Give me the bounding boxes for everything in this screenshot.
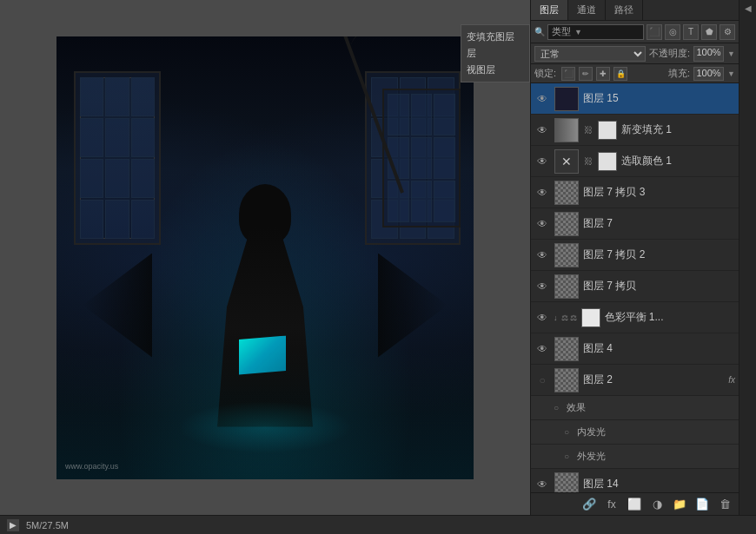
eye-icon-7c3[interactable]: 👁 [534,185,550,201]
layer-mask-gf [598,121,617,140]
layer-name-7c3: 图层 7 拷贝 3 [583,185,735,200]
layer-thumb-gf [554,118,579,142]
status-arrow-btn[interactable]: ▶ [7,519,19,531]
eye-icon-og[interactable]: ○ [559,449,574,465]
eye-icon-ig[interactable]: ○ [559,425,574,440]
layer-item-cb[interactable]: 👁 ↓ ⚖ ⚖ 色彩平衡 1... [531,302,739,333]
new-group-btn[interactable]: 📁 [671,496,688,513]
eye-icon-14[interactable]: 👁 [534,477,550,492]
canvas-image: www.opacity.us [56,36,474,479]
window-right2 [382,89,461,227]
filter-btn-T[interactable]: T [683,24,699,40]
eye-icon-7c[interactable]: 👁 [534,279,550,294]
layer-name-cb: 色彩平衡 1... [605,310,736,325]
delete-layer-btn[interactable]: 🗑 [716,496,733,513]
layer-thumb-4 [554,337,579,361]
watermark: www.opacity.us [65,462,118,471]
fill-dropdown[interactable]: ▼ [727,69,735,78]
layer-item-15[interactable]: 👁 图层 15 [531,83,739,115]
type-filter[interactable]: 类型 ▼ [547,24,644,40]
eye-icon-15[interactable]: 👁 [534,91,550,107]
layer-thumb-14 [554,472,579,493]
layer-name-14: 图层 14 [583,477,735,491]
layer-thumb-7c3 [554,181,579,205]
opacity-input[interactable]: 100% [693,46,724,62]
tooltip-item-1: 变填充图层 [467,29,524,45]
blend-row: 正常 不透明度: 100% ▼ [531,43,739,64]
layer-item-gradient-fill[interactable]: 👁 ⛓ 新变填充 1 [531,115,739,146]
eye-icon-7c2[interactable]: 👁 [534,247,550,263]
layer-name-7c: 图层 7 拷贝 [583,279,735,293]
blend-mode-select[interactable]: 正常 [534,46,646,62]
layer-item-7c2[interactable]: 👁 图层 7 拷贝 2 [531,240,739,271]
app-window: www.opacity.us 变填充图层 层 视图层 图层 通道 路径 🔍 类型 [0,0,756,534]
fill-label: 填充: [668,67,690,80]
layer-item-2[interactable]: ○ 图层 2 fx [531,365,739,396]
status-bar: ▶ 5M/27.5M [0,515,756,534]
layer-item-outer-glow[interactable]: ○ 外发光 [531,445,739,469]
eye-icon-gf[interactable]: 👁 [534,122,550,138]
lock-brush-btn[interactable]: ✏ [579,67,593,81]
eye-icon-2[interactable]: ○ [534,372,550,388]
add-adjustment-btn[interactable]: ◑ [648,496,666,513]
layer-item-effects[interactable]: ○ 效果 [531,396,739,420]
layer-item-7c[interactable]: 👁 图层 7 拷贝 [531,271,739,302]
layer-name-15: 图层 15 [583,91,735,106]
link-layers-btn[interactable]: 🔗 [580,496,598,513]
eye-icon-4[interactable]: 👁 [534,341,550,357]
eye-icon-cb[interactable]: 👁 [534,310,550,326]
tab-channels[interactable]: 通道 [568,0,606,20]
layer-adjustment-icons-cb: ⚖ ⚖ [561,313,577,322]
layer-name-4: 图层 4 [583,341,735,356]
layer-name-7c2: 图层 7 拷贝 2 [583,247,735,262]
fill-input[interactable]: 100% [693,67,724,81]
filter-btn-shape[interactable]: ⬟ [701,24,717,40]
opacity-dropdown-icon[interactable]: ▼ [727,49,735,58]
layer-name-gf: 新变填充 1 [621,122,735,137]
layer-item-14[interactable]: 👁 图层 14 [531,469,739,492]
layer-chain-gf: ⛓ [583,118,594,142]
lock-row: 锁定: ⬛ ✏ ✚ 🔒 填充: 100% ▼ [531,64,739,83]
layers-list[interactable]: 👁 图层 15 👁 ⛓ 新变填充 1 👁 [531,83,739,492]
collapsed-right-panel[interactable]: ◀ [739,0,756,515]
layer-name-7: 图层 7 [583,216,735,231]
layer-name-2: 图层 2 [583,372,726,387]
layer-thumb-cb [581,308,600,327]
layer-thumb-sc: ✕ [554,149,579,174]
collapse-arrow-icon[interactable]: ◀ [745,3,752,13]
filter-btn-1[interactable]: ⬛ [647,24,662,40]
layer-mask-sc [598,152,617,171]
layer-item-inner-glow[interactable]: ○ 内发光 [531,420,739,445]
tab-layers[interactable]: 图层 [531,0,568,20]
lock-pixels-btn[interactable]: ⬛ [561,67,575,81]
layer-clip-cb: ↓ [554,313,558,322]
layer-item-4[interactable]: 👁 图层 4 [531,333,739,365]
layer-thumb-7c [554,274,579,299]
new-layer-btn[interactable]: 📄 [693,496,711,513]
eye-icon-sc[interactable]: 👁 [534,154,550,169]
add-mask-btn[interactable]: ⬜ [626,496,643,513]
lock-all-btn[interactable]: 🔒 [613,67,627,81]
tooltip-panel: 变填充图层 层 视图层 [461,24,530,82]
layer-item-7c3[interactable]: 👁 图层 7 拷贝 3 [531,177,739,208]
canvas-area[interactable]: www.opacity.us [0,0,530,515]
filter-btn-adj[interactable]: ⚙ [720,24,735,40]
eye-icon-7[interactable]: 👁 [534,216,550,232]
tooltip-item-2: 层 [467,45,524,62]
add-style-btn[interactable]: fx [603,496,620,513]
layer-item-7[interactable]: 👁 图层 7 [531,208,739,240]
filter-btn-2[interactable]: ◎ [665,24,680,40]
layer-item-selective[interactable]: 👁 ✕ ⛓ 选取颜色 1 [531,146,739,177]
type-filter-label: 类型 [552,25,571,38]
layer-name-sc: 选取颜色 1 [621,154,735,168]
tab-paths[interactable]: 路径 [606,0,643,20]
layer-thumb-2 [554,368,579,392]
layers-panel: 变填充图层 层 视图层 图层 通道 路径 🔍 类型 ▼ ⬛ ◎ T ⬟ [530,0,739,515]
eye-icon-eff[interactable]: ○ [548,400,564,416]
type-filter-dropdown[interactable]: ▼ [574,28,582,36]
lock-position-btn[interactable]: ✚ [596,67,610,81]
opacity-label: 不透明度: [649,47,690,60]
panel-controls: 🔍 类型 ▼ ⬛ ◎ T ⬟ ⚙ [531,21,739,43]
lock-label: 锁定: [534,67,556,80]
panel-tabs: 图层 通道 路径 [531,0,739,21]
